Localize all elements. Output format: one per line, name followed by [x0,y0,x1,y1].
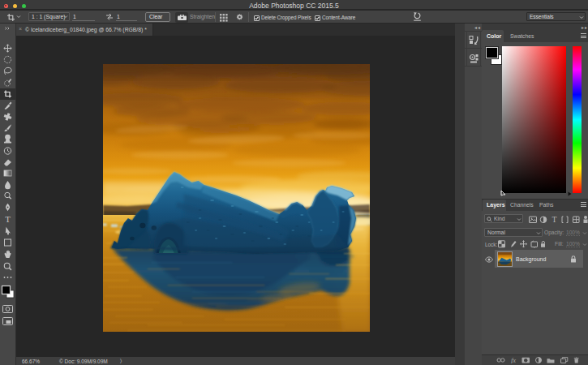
svg-text:T: T [5,214,11,224]
svg-text:fx: fx [511,357,516,363]
svg-text:T: T [552,216,556,224]
